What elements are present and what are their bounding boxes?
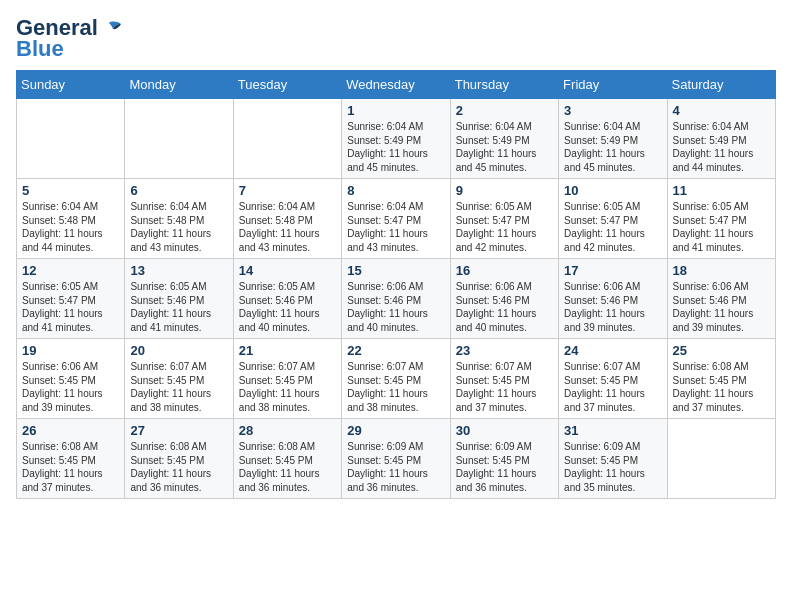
calendar-week-row: 12Sunrise: 6:05 AM Sunset: 5:47 PM Dayli… <box>17 259 776 339</box>
calendar-cell: 20Sunrise: 6:07 AM Sunset: 5:45 PM Dayli… <box>125 339 233 419</box>
calendar-cell <box>17 99 125 179</box>
day-info: Sunrise: 6:05 AM Sunset: 5:47 PM Dayligh… <box>564 200 661 254</box>
day-number: 6 <box>130 183 227 198</box>
weekday-header-tuesday: Tuesday <box>233 71 341 99</box>
day-number: 3 <box>564 103 661 118</box>
day-info: Sunrise: 6:07 AM Sunset: 5:45 PM Dayligh… <box>347 360 444 414</box>
calendar-cell: 18Sunrise: 6:06 AM Sunset: 5:46 PM Dayli… <box>667 259 775 339</box>
calendar-cell: 6Sunrise: 6:04 AM Sunset: 5:48 PM Daylig… <box>125 179 233 259</box>
calendar-cell: 8Sunrise: 6:04 AM Sunset: 5:47 PM Daylig… <box>342 179 450 259</box>
logo-blue-text: Blue <box>16 36 64 62</box>
day-number: 20 <box>130 343 227 358</box>
day-info: Sunrise: 6:06 AM Sunset: 5:46 PM Dayligh… <box>347 280 444 334</box>
day-info: Sunrise: 6:04 AM Sunset: 5:49 PM Dayligh… <box>564 120 661 174</box>
calendar-cell: 28Sunrise: 6:08 AM Sunset: 5:45 PM Dayli… <box>233 419 341 499</box>
calendar-cell <box>667 419 775 499</box>
day-info: Sunrise: 6:08 AM Sunset: 5:45 PM Dayligh… <box>673 360 770 414</box>
day-number: 11 <box>673 183 770 198</box>
day-info: Sunrise: 6:04 AM Sunset: 5:48 PM Dayligh… <box>130 200 227 254</box>
weekday-header-row: SundayMondayTuesdayWednesdayThursdayFrid… <box>17 71 776 99</box>
calendar-cell: 16Sunrise: 6:06 AM Sunset: 5:46 PM Dayli… <box>450 259 558 339</box>
day-number: 8 <box>347 183 444 198</box>
calendar-cell: 21Sunrise: 6:07 AM Sunset: 5:45 PM Dayli… <box>233 339 341 419</box>
day-number: 27 <box>130 423 227 438</box>
day-number: 17 <box>564 263 661 278</box>
day-number: 21 <box>239 343 336 358</box>
day-info: Sunrise: 6:07 AM Sunset: 5:45 PM Dayligh… <box>239 360 336 414</box>
day-info: Sunrise: 6:06 AM Sunset: 5:45 PM Dayligh… <box>22 360 119 414</box>
day-info: Sunrise: 6:06 AM Sunset: 5:46 PM Dayligh… <box>456 280 553 334</box>
day-number: 9 <box>456 183 553 198</box>
day-number: 14 <box>239 263 336 278</box>
day-info: Sunrise: 6:04 AM Sunset: 5:48 PM Dayligh… <box>22 200 119 254</box>
day-info: Sunrise: 6:07 AM Sunset: 5:45 PM Dayligh… <box>456 360 553 414</box>
weekday-header-wednesday: Wednesday <box>342 71 450 99</box>
day-info: Sunrise: 6:06 AM Sunset: 5:46 PM Dayligh… <box>564 280 661 334</box>
weekday-header-friday: Friday <box>559 71 667 99</box>
day-number: 5 <box>22 183 119 198</box>
header: General Blue <box>16 16 776 62</box>
calendar-cell: 14Sunrise: 6:05 AM Sunset: 5:46 PM Dayli… <box>233 259 341 339</box>
calendar-cell: 7Sunrise: 6:04 AM Sunset: 5:48 PM Daylig… <box>233 179 341 259</box>
day-info: Sunrise: 6:04 AM Sunset: 5:47 PM Dayligh… <box>347 200 444 254</box>
calendar-cell: 26Sunrise: 6:08 AM Sunset: 5:45 PM Dayli… <box>17 419 125 499</box>
day-number: 12 <box>22 263 119 278</box>
day-info: Sunrise: 6:08 AM Sunset: 5:45 PM Dayligh… <box>22 440 119 494</box>
day-number: 2 <box>456 103 553 118</box>
day-info: Sunrise: 6:05 AM Sunset: 5:46 PM Dayligh… <box>130 280 227 334</box>
calendar-cell: 12Sunrise: 6:05 AM Sunset: 5:47 PM Dayli… <box>17 259 125 339</box>
day-info: Sunrise: 6:07 AM Sunset: 5:45 PM Dayligh… <box>130 360 227 414</box>
day-number: 29 <box>347 423 444 438</box>
calendar-week-row: 1Sunrise: 6:04 AM Sunset: 5:49 PM Daylig… <box>17 99 776 179</box>
day-info: Sunrise: 6:05 AM Sunset: 5:46 PM Dayligh… <box>239 280 336 334</box>
day-info: Sunrise: 6:06 AM Sunset: 5:46 PM Dayligh… <box>673 280 770 334</box>
calendar-cell: 29Sunrise: 6:09 AM Sunset: 5:45 PM Dayli… <box>342 419 450 499</box>
day-info: Sunrise: 6:09 AM Sunset: 5:45 PM Dayligh… <box>347 440 444 494</box>
calendar-cell: 4Sunrise: 6:04 AM Sunset: 5:49 PM Daylig… <box>667 99 775 179</box>
calendar-week-row: 26Sunrise: 6:08 AM Sunset: 5:45 PM Dayli… <box>17 419 776 499</box>
calendar-cell: 2Sunrise: 6:04 AM Sunset: 5:49 PM Daylig… <box>450 99 558 179</box>
calendar-cell: 23Sunrise: 6:07 AM Sunset: 5:45 PM Dayli… <box>450 339 558 419</box>
day-info: Sunrise: 6:05 AM Sunset: 5:47 PM Dayligh… <box>456 200 553 254</box>
calendar-cell: 30Sunrise: 6:09 AM Sunset: 5:45 PM Dayli… <box>450 419 558 499</box>
calendar-cell: 27Sunrise: 6:08 AM Sunset: 5:45 PM Dayli… <box>125 419 233 499</box>
weekday-header-monday: Monday <box>125 71 233 99</box>
day-info: Sunrise: 6:09 AM Sunset: 5:45 PM Dayligh… <box>564 440 661 494</box>
day-info: Sunrise: 6:07 AM Sunset: 5:45 PM Dayligh… <box>564 360 661 414</box>
day-number: 15 <box>347 263 444 278</box>
day-number: 16 <box>456 263 553 278</box>
day-info: Sunrise: 6:04 AM Sunset: 5:49 PM Dayligh… <box>347 120 444 174</box>
calendar-cell: 31Sunrise: 6:09 AM Sunset: 5:45 PM Dayli… <box>559 419 667 499</box>
day-number: 26 <box>22 423 119 438</box>
day-number: 31 <box>564 423 661 438</box>
day-number: 24 <box>564 343 661 358</box>
calendar-cell: 5Sunrise: 6:04 AM Sunset: 5:48 PM Daylig… <box>17 179 125 259</box>
day-number: 18 <box>673 263 770 278</box>
day-info: Sunrise: 6:04 AM Sunset: 5:49 PM Dayligh… <box>673 120 770 174</box>
calendar-cell <box>233 99 341 179</box>
day-number: 1 <box>347 103 444 118</box>
day-info: Sunrise: 6:08 AM Sunset: 5:45 PM Dayligh… <box>239 440 336 494</box>
day-number: 7 <box>239 183 336 198</box>
calendar-cell: 19Sunrise: 6:06 AM Sunset: 5:45 PM Dayli… <box>17 339 125 419</box>
day-info: Sunrise: 6:05 AM Sunset: 5:47 PM Dayligh… <box>673 200 770 254</box>
calendar-week-row: 5Sunrise: 6:04 AM Sunset: 5:48 PM Daylig… <box>17 179 776 259</box>
day-number: 10 <box>564 183 661 198</box>
day-number: 13 <box>130 263 227 278</box>
calendar-table: SundayMondayTuesdayWednesdayThursdayFrid… <box>16 70 776 499</box>
calendar-cell: 3Sunrise: 6:04 AM Sunset: 5:49 PM Daylig… <box>559 99 667 179</box>
day-info: Sunrise: 6:08 AM Sunset: 5:45 PM Dayligh… <box>130 440 227 494</box>
calendar-cell: 1Sunrise: 6:04 AM Sunset: 5:49 PM Daylig… <box>342 99 450 179</box>
weekday-header-saturday: Saturday <box>667 71 775 99</box>
day-info: Sunrise: 6:09 AM Sunset: 5:45 PM Dayligh… <box>456 440 553 494</box>
logo: General Blue <box>16 16 121 62</box>
calendar-cell: 13Sunrise: 6:05 AM Sunset: 5:46 PM Dayli… <box>125 259 233 339</box>
day-info: Sunrise: 6:05 AM Sunset: 5:47 PM Dayligh… <box>22 280 119 334</box>
calendar-cell: 17Sunrise: 6:06 AM Sunset: 5:46 PM Dayli… <box>559 259 667 339</box>
calendar-cell <box>125 99 233 179</box>
weekday-header-thursday: Thursday <box>450 71 558 99</box>
calendar-cell: 15Sunrise: 6:06 AM Sunset: 5:46 PM Dayli… <box>342 259 450 339</box>
logo-bird-icon <box>99 21 121 37</box>
calendar-cell: 10Sunrise: 6:05 AM Sunset: 5:47 PM Dayli… <box>559 179 667 259</box>
day-number: 25 <box>673 343 770 358</box>
